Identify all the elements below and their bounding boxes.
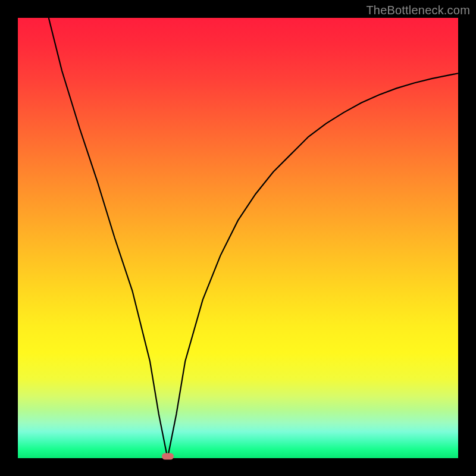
- watermark-text: TheBottleneck.com: [366, 4, 470, 17]
- curve-path: [49, 18, 458, 458]
- balance-marker-icon: [162, 453, 174, 460]
- chart-frame: TheBottleneck.com: [0, 0, 476, 476]
- bottleneck-curve: [18, 18, 458, 458]
- plot-area: [18, 18, 458, 458]
